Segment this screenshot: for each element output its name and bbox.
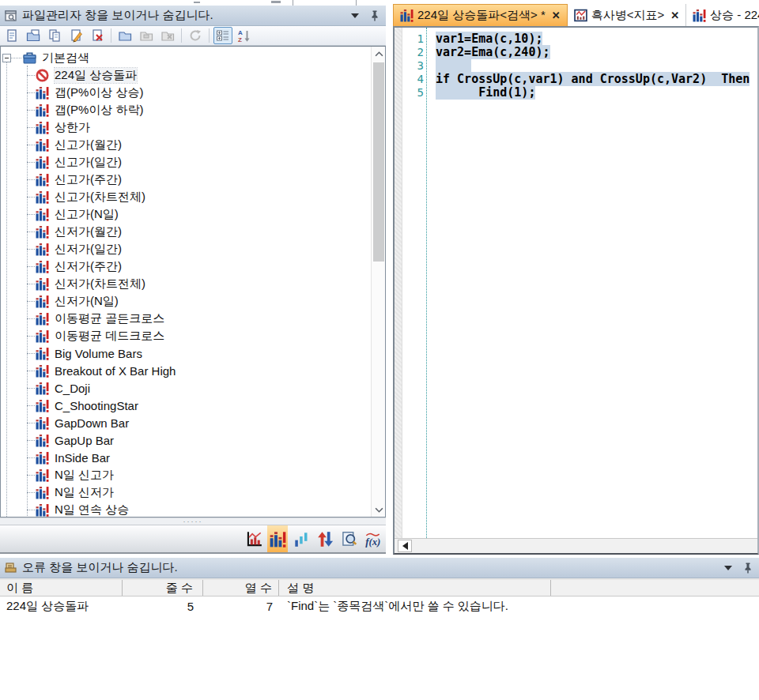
tree-item-label[interactable]: 신고가(일간) <box>55 155 122 170</box>
tree-item-label[interactable]: 224일 상승돌파 <box>55 68 137 83</box>
stock-bars-filter-button[interactable] <box>291 525 312 552</box>
tree-item[interactable]: InSide Bar <box>1 449 371 466</box>
tree-item-label[interactable]: 신고가(주간) <box>55 172 122 187</box>
updown-filter-button[interactable] <box>315 525 335 552</box>
tree-item[interactable]: 이동평균 골든크로스 <box>1 310 371 327</box>
tree-item[interactable]: N일 신고가 <box>1 466 371 484</box>
tree-item-label[interactable]: 이동평균 데드크로스 <box>55 329 164 344</box>
tree-item-label[interactable]: 상한가 <box>55 120 90 135</box>
dropdown-arrow-icon[interactable] <box>351 13 359 18</box>
sort-az-button[interactable]: AZ <box>235 27 254 44</box>
tree-item[interactable]: 신저가(주간) <box>1 258 371 275</box>
tree-item[interactable]: 상한가 <box>1 119 371 136</box>
close-icon[interactable]: ✕ <box>552 9 561 21</box>
tree-item[interactable]: 갭(P%이상 하락) <box>1 101 371 119</box>
code-line[interactable]: Find(1); <box>436 86 757 100</box>
editor-horizontal-scrollbar[interactable] <box>395 538 757 553</box>
tree-item[interactable]: Breakout of X Bar High <box>1 362 371 379</box>
tree-item-label[interactable]: Breakout of X Bar High <box>55 364 176 378</box>
tree-item-label[interactable]: GapDown Bar <box>55 416 129 430</box>
new-file-button[interactable] <box>2 27 21 44</box>
tree-item[interactable]: 신저가(차트전체) <box>1 275 371 292</box>
tree-item-label[interactable]: 이동평균 골든크로스 <box>55 311 164 326</box>
tree-item-label[interactable]: GapUp Bar <box>55 434 114 447</box>
tab-224-breakout-search[interactable]: 224일 상승돌파<검색> * ✕ <box>393 4 568 26</box>
code-line[interactable]: var2=Ema(c,240); <box>436 46 757 59</box>
tree-item-label[interactable]: 신저가(월간) <box>55 224 122 239</box>
tree-item[interactable]: 갭(P%이상 상승) <box>1 84 371 101</box>
tree-item[interactable]: 신저가(일간) <box>1 240 371 258</box>
tree-item-label[interactable]: 신고가(N일) <box>55 207 119 222</box>
delete-file-button[interactable] <box>88 27 107 44</box>
tab-rise-224[interactable]: 상승 - 224일 <box>686 4 759 26</box>
column-header-line-count[interactable]: 줄 수 <box>123 580 203 596</box>
search-filter-button[interactable] <box>267 525 288 552</box>
file-manager-header[interactable]: 파일관리자 창을 보이거나 숨깁니다. <box>0 6 386 26</box>
function-filter-button[interactable]: f(x) <box>362 525 383 552</box>
tree-item[interactable]: 이동평균 데드크로스 <box>1 327 371 344</box>
tree-item-label[interactable]: C_ShootingStar <box>55 399 138 412</box>
scrollbar-thumb[interactable] <box>373 62 384 262</box>
tree-item-label[interactable]: 갭(P%이상 상승) <box>55 85 144 100</box>
tree-item[interactable]: N일 신저가 <box>1 484 371 501</box>
tree-item[interactable]: 신저가(월간) <box>1 223 371 240</box>
tree-root-label[interactable]: 기본검색 <box>42 51 89 66</box>
tree-item-label[interactable]: 신저가(주간) <box>55 259 122 274</box>
column-header-description[interactable]: 설 명 <box>279 580 551 596</box>
tree-item[interactable]: 신고가(N일) <box>1 205 371 223</box>
copy-file-button[interactable] <box>45 27 64 44</box>
tree-item-label[interactable]: 갭(P%이상 하락) <box>55 103 144 118</box>
tree-item-label[interactable]: 신저가(일간) <box>55 242 122 257</box>
tree-item[interactable]: N일 연속 상승 <box>1 501 371 517</box>
collapse-minus-icon[interactable] <box>2 54 11 62</box>
tree-view-toggle-button[interactable] <box>213 27 232 44</box>
tree-item-label[interactable]: C_Doji <box>55 382 90 395</box>
close-icon[interactable]: ✕ <box>670 9 679 21</box>
column-header-col-count[interactable]: 열 수 <box>203 580 279 596</box>
code-line[interactable] <box>436 59 757 73</box>
dropdown-arrow-icon[interactable] <box>724 566 732 570</box>
open-file-button[interactable] <box>24 27 43 44</box>
code-line[interactable]: if CrossUp(c,var1) and CrossUp(c,Var2) T… <box>436 73 757 86</box>
tree-item[interactable]: 신고가(일간) <box>1 153 371 171</box>
tree-item[interactable]: 신고가(주간) <box>1 171 371 188</box>
search-icon <box>36 225 49 239</box>
tree-item[interactable]: GapUp Bar <box>1 431 371 449</box>
tree-item[interactable]: 신고가(월간) <box>1 136 371 153</box>
code-lines[interactable]: var1=Ema(c,10);var2=Ema(c,240); if Cross… <box>427 28 757 538</box>
tree-item[interactable]: Big Volume Bars <box>1 344 371 362</box>
tree-item[interactable]: 신고가(차트전체) <box>1 188 371 205</box>
tree-item-label[interactable]: 신고가(차트전체) <box>55 190 145 205</box>
error-panel-header[interactable]: 오류 창을 보이거나 숨깁니다. <box>0 558 759 578</box>
tree-item[interactable]: C_Doji <box>1 379 371 397</box>
tree-item[interactable]: C_ShootingStar <box>1 397 371 414</box>
indicator-filter-button[interactable] <box>244 525 264 552</box>
pin-icon[interactable] <box>368 9 381 22</box>
tree-item[interactable]: 신저가(N일) <box>1 292 371 310</box>
scroll-left-icon[interactable] <box>398 540 412 552</box>
tree-item[interactable]: 224일 상승돌파 <box>1 66 371 84</box>
code-editor[interactable]: 12345 var1=Ema(c,10);var2=Ema(c,240); if… <box>393 26 759 555</box>
panel-splitter[interactable]: ····· <box>0 517 386 525</box>
tree-item[interactable]: GapDown Bar <box>1 414 371 431</box>
preview-filter-button[interactable] <box>338 525 359 552</box>
scroll-up-icon[interactable] <box>372 47 386 61</box>
tab-blackdeath-indicator[interactable]: 흑사병<지표> ✕ <box>568 4 686 26</box>
tree-item-label[interactable]: Big Volume Bars <box>55 347 142 360</box>
tree-item-label[interactable]: N일 신저가 <box>55 485 114 500</box>
column-header-name[interactable]: 이 름 <box>0 580 123 596</box>
pin-icon[interactable] <box>742 562 754 574</box>
tree-item-label[interactable]: N일 신고가 <box>55 468 114 483</box>
new-folder-button[interactable] <box>115 27 134 44</box>
tree-vertical-scrollbar[interactable] <box>371 47 385 517</box>
tree-item-label[interactable]: 신저가(N일) <box>55 294 119 309</box>
code-line[interactable]: var1=Ema(c,10); <box>436 32 757 46</box>
tree-item-label[interactable]: 신고가(월간) <box>55 137 122 152</box>
tree-item-label[interactable]: InSide Bar <box>55 451 110 465</box>
tree-root-folder[interactable]: 기본검색 <box>1 49 371 66</box>
scroll-down-icon[interactable] <box>372 502 386 517</box>
tree-item-label[interactable]: 신저가(차트전체) <box>55 277 145 292</box>
error-table-row[interactable]: 224일 상승돌파 5 7 `Find`는 `종목검색`에서만 쓸 수 있습니다… <box>0 597 759 615</box>
tree-item-label[interactable]: N일 연속 상승 <box>55 502 129 517</box>
rename-file-button[interactable] <box>66 27 85 44</box>
